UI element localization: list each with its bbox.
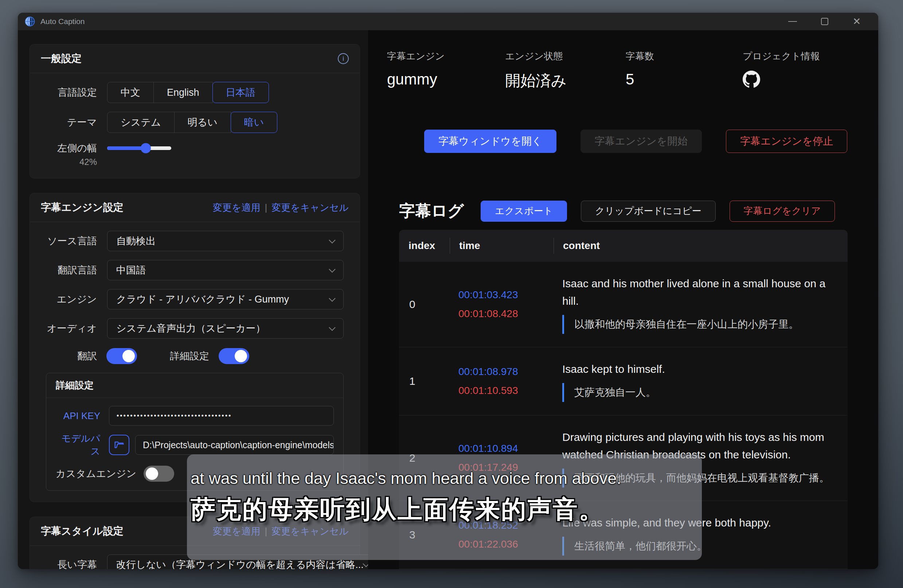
left-width-value: 42% — [46, 157, 97, 167]
row-time: 00:01:03.423 00:01:08.428 — [450, 289, 554, 320]
slider-track — [107, 146, 171, 150]
translate-toggle-label: 翻訳 — [46, 350, 97, 363]
caption-overlay-window[interactable]: at was until the day Isaac's mom heard a… — [187, 455, 702, 560]
engine-label: エンジン — [46, 293, 97, 306]
caption-log-header: 字幕ログ エクスポート クリップボードにコピー 字幕ログをクリア — [399, 200, 848, 222]
close-button[interactable]: ✕ — [851, 16, 862, 27]
stat-label: エンジン状態 — [505, 50, 626, 63]
row-translation: 艾萨克独自一人。 — [562, 383, 837, 402]
stat-engine: 字幕エンジンgummy — [387, 50, 505, 92]
chevron-down-icon — [329, 266, 335, 272]
model-path-input[interactable]: D:\Projects\auto-caption\caption-engine\… — [135, 435, 334, 455]
engine-action-buttons: 字幕ウィンドウを開く 字幕エンジンを開始 字幕エンジンを停止 — [424, 130, 848, 153]
general-settings-title: 一般設定 — [41, 52, 82, 66]
source-language-select[interactable]: 自動検出 — [107, 231, 344, 251]
stop-engine-button[interactable]: 字幕エンジンを停止 — [726, 130, 847, 153]
stat-value: 開始済み — [505, 71, 626, 91]
toggle-knob — [146, 467, 158, 480]
style-settings-title: 字幕スタイル設定 — [41, 524, 124, 538]
translate-toggle[interactable] — [106, 348, 137, 364]
row-index: 0 — [399, 298, 450, 310]
row-start-time: 00:01:10.894 — [458, 443, 554, 455]
toggle-knob — [123, 350, 135, 362]
general-settings-card: 一般設定 i 言語設定 中文English日本語 テーマ システム明るい暗い — [30, 44, 360, 179]
row-translation-text: 以撒和他的母亲独自住在一座小山上的小房子里。 — [574, 317, 799, 331]
target-language-select[interactable]: 中国語 — [107, 260, 344, 280]
language-option-button[interactable]: 日本語 — [212, 82, 269, 103]
stat-count: 字幕数5 — [626, 50, 743, 92]
engine-select[interactable]: クラウド - アリババクラウド - Gummy — [107, 289, 344, 309]
export-button[interactable]: エクスポート — [481, 201, 567, 222]
stat-value: 5 — [626, 71, 743, 88]
app-logo-icon — [24, 16, 35, 27]
language-option-button[interactable]: 中文 — [107, 82, 154, 103]
row-translation: 以撒和他的母亲独自住在一座小山上的小房子里。 — [562, 315, 837, 334]
maximize-button[interactable] — [819, 16, 830, 27]
model-path-label: モデルパス — [56, 432, 100, 458]
info-icon[interactable]: i — [338, 53, 349, 64]
cancel-changes-link[interactable]: 変更をキャンセル — [272, 201, 349, 214]
table-row[interactable]: 1 00:01:08.978 00:01:10.593 Isaac kept t… — [399, 347, 848, 415]
audio-label: オーディオ — [46, 322, 97, 335]
left-width-slider[interactable] — [107, 143, 171, 153]
window-controls: ✕ — [787, 16, 872, 27]
stat-status: エンジン状態開始済み — [505, 50, 626, 92]
advanced-settings-title: 詳細設定 — [46, 373, 343, 398]
github-icon — [743, 71, 760, 88]
row-content: Isaac and his mother lived alone in a sm… — [554, 275, 848, 334]
titlebar: Auto Caption ✕ — [18, 13, 878, 30]
row-source-text: Isaac and his mother lived alone in a sm… — [562, 275, 837, 310]
github-icon[interactable] — [743, 71, 848, 92]
column-header-index: index — [399, 230, 450, 262]
stat-label: 字幕エンジン — [387, 50, 505, 63]
theme-option-button[interactable]: 明るい — [174, 112, 231, 133]
start-engine-button[interactable]: 字幕エンジンを開始 — [580, 130, 702, 153]
browse-model-path-button[interactable] — [109, 435, 129, 455]
language-segmented-control: 中文English日本語 — [107, 82, 269, 103]
minimize-button[interactable] — [787, 16, 798, 27]
caption-english-line: at was until the day Isaac's mom heard a… — [190, 469, 699, 488]
desktop-background: Auto Caption ✕ 一般設定 i 言語設定 — [0, 0, 903, 588]
window-title: Auto Caption — [41, 17, 85, 26]
stat-label: プロジェクト情報 — [743, 50, 848, 63]
row-translation-text: 艾萨克独自一人。 — [574, 386, 656, 400]
toggle-knob — [235, 350, 247, 362]
row-start-time: 00:01:03.423 — [458, 289, 554, 301]
custom-engine-label: カスタムエンジン — [56, 467, 136, 480]
folder-open-icon — [114, 439, 124, 450]
source-language-label: ソース言語 — [46, 234, 97, 248]
api-key-label: API KEY — [56, 410, 100, 422]
long-caption-label: 長い字幕 — [46, 558, 97, 569]
status-row: 字幕エンジンgummyエンジン状態開始済み字幕数5プロジェクト情報 — [387, 50, 848, 92]
copy-to-clipboard-button[interactable]: クリップボードにコピー — [581, 201, 715, 222]
stat-value: gummy — [387, 71, 505, 88]
custom-engine-toggle[interactable] — [143, 466, 174, 482]
caption-log-title: 字幕ログ — [399, 200, 464, 222]
open-caption-window-button[interactable]: 字幕ウィンドウを開く — [424, 130, 557, 153]
link-separator: | — [265, 202, 267, 213]
chevron-down-icon — [329, 324, 335, 331]
theme-option-button[interactable]: 暗い — [231, 112, 278, 133]
advanced-settings-toggle[interactable] — [219, 348, 249, 364]
theme-option-button[interactable]: システム — [107, 112, 175, 133]
stat-label: 字幕数 — [626, 50, 743, 63]
row-content: Isaac kept to himself. 艾萨克独自一人。 — [554, 361, 848, 402]
caption-chinese-line: 萨克的母亲听到从上面传来的声音。 — [190, 493, 699, 526]
table-header: index time content — [399, 230, 848, 262]
column-header-time: time — [450, 230, 554, 262]
api-key-input[interactable]: •••••••••••••••••••••••••••••••••• — [109, 406, 334, 426]
apply-changes-link[interactable]: 変更を適用 — [213, 201, 261, 214]
row-start-time: 00:01:08.978 — [458, 366, 554, 378]
target-language-label: 翻訳言語 — [46, 263, 97, 277]
audio-select[interactable]: システム音声出力（スピーカー） — [107, 318, 344, 339]
row-index: 1 — [399, 375, 450, 387]
clear-log-button[interactable]: 字幕ログをクリア — [730, 201, 835, 222]
table-row[interactable]: 4 00:01:22.868 00:01:28.348 That was unt… — [399, 569, 848, 569]
language-option-button[interactable]: English — [153, 82, 213, 103]
advanced-toggle-label: 詳細設定 — [170, 350, 209, 363]
slider-thumb[interactable] — [141, 143, 151, 153]
chevron-down-icon — [329, 295, 335, 301]
row-time: 00:01:08.978 00:01:10.593 — [450, 366, 554, 397]
table-row[interactable]: 0 00:01:03.423 00:01:08.428 Isaac and hi… — [399, 262, 848, 347]
general-settings-header: 一般設定 i — [30, 44, 360, 73]
